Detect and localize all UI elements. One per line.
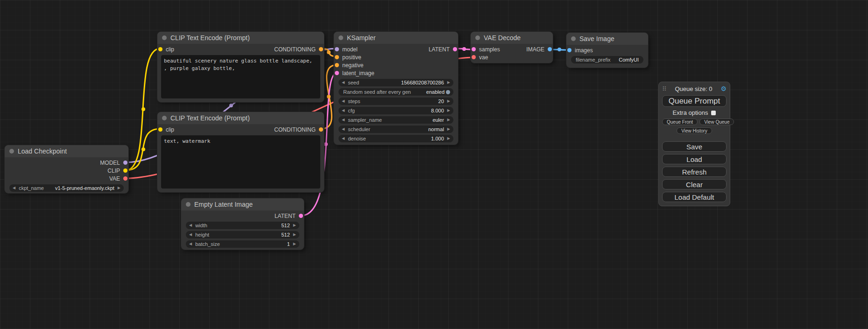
view-queue-button[interactable]: View Queue xyxy=(699,119,734,125)
collapse-dot-icon[interactable] xyxy=(186,202,191,207)
node-load-checkpoint[interactable]: Load Checkpoint MODEL CLIP VAE ◀ ckpt_na… xyxy=(5,145,128,193)
wire-midpoint-dot xyxy=(229,104,233,107)
decrement-arrow-icon[interactable]: ◀ xyxy=(342,99,345,103)
widget-scheduler[interactable]: ◀ scheduler normal ▶ xyxy=(339,126,453,133)
positive-input-port[interactable] xyxy=(335,55,339,59)
clip-input-port[interactable] xyxy=(158,127,162,132)
increment-arrow-icon[interactable]: ▶ xyxy=(118,186,120,190)
widget-cfg[interactable]: ◀ cfg 8.000 ▶ xyxy=(339,107,453,114)
toggle-dot-icon[interactable] xyxy=(446,90,450,94)
queue-panel: ⠿ Queue size: 0 ⚙ Queue Prompt Extra opt… xyxy=(658,82,730,206)
widget-sampler-name[interactable]: ◀ sampler_name euler ▶ xyxy=(339,116,453,124)
negative-prompt-textarea[interactable]: text, watermark xyxy=(161,135,320,189)
save-button[interactable]: Save xyxy=(662,141,727,152)
wire-midpoint-dot xyxy=(141,147,145,151)
node-clip-text-encode-positive[interactable]: CLIP Text Encode (Prompt) clip CONDITION… xyxy=(157,32,324,102)
decrement-arrow-icon[interactable]: ◀ xyxy=(189,224,192,227)
load-button[interactable]: Load xyxy=(662,154,727,164)
samples-input-port[interactable] xyxy=(472,47,476,51)
node-save-image[interactable]: Save Image images filename_prefix ComfyU… xyxy=(566,33,648,68)
wire-midpoint-dot xyxy=(327,50,331,54)
decrement-arrow-icon[interactable]: ◀ xyxy=(342,137,345,140)
widget-label: filename_prefix xyxy=(576,57,611,63)
collapse-dot-icon[interactable] xyxy=(162,116,167,120)
image-output-port[interactable] xyxy=(548,47,552,51)
latent-output-port[interactable] xyxy=(299,214,303,218)
decrement-arrow-icon[interactable]: ◀ xyxy=(342,109,345,112)
widget-label: seed xyxy=(348,80,359,85)
widget-ckpt-name[interactable]: ◀ ckpt_name v1-5-pruned-emaonly.ckpt ▶ xyxy=(9,184,124,192)
drag-handle-icon[interactable]: ⠿ xyxy=(662,85,667,92)
load-default-button[interactable]: Load Default xyxy=(662,192,727,202)
output-label-clip: CLIP xyxy=(107,168,120,174)
increment-arrow-icon[interactable]: ▶ xyxy=(293,224,296,227)
increment-arrow-icon[interactable]: ▶ xyxy=(293,242,296,246)
node-title-bar[interactable]: Load Checkpoint xyxy=(5,145,128,157)
node-title-bar[interactable]: CLIP Text Encode (Prompt) xyxy=(157,32,324,44)
increment-arrow-icon[interactable]: ▶ xyxy=(293,233,296,237)
queue-front-button[interactable]: Queue Front xyxy=(662,119,698,125)
graph-canvas[interactable]: { "icons": { "left_arrow": "◀", "right_a… xyxy=(0,0,868,329)
node-title-text: CLIP Text Encode (Prompt) xyxy=(170,34,250,42)
positive-prompt-textarea[interactable]: beautiful scenery nature glass bottle la… xyxy=(161,55,320,98)
collapse-dot-icon[interactable] xyxy=(162,35,167,40)
node-clip-text-encode-negative[interactable]: CLIP Text Encode (Prompt) clip CONDITION… xyxy=(157,112,324,192)
refresh-button[interactable]: Refresh xyxy=(662,167,727,177)
decrement-arrow-icon[interactable]: ◀ xyxy=(189,242,192,246)
collapse-dot-icon[interactable] xyxy=(571,36,576,41)
decrement-arrow-icon[interactable]: ◀ xyxy=(342,118,345,122)
widget-denoise[interactable]: ◀ denoise 1.000 ▶ xyxy=(339,135,453,142)
clip-output-port[interactable] xyxy=(123,168,127,173)
queue-prompt-button[interactable]: Queue Prompt xyxy=(662,95,727,107)
view-history-button[interactable]: View History xyxy=(677,127,712,134)
increment-arrow-icon[interactable]: ▶ xyxy=(447,127,450,131)
node-empty-latent-image[interactable]: Empty Latent Image LATENT ◀ width 512 ▶ … xyxy=(181,198,304,250)
decrement-arrow-icon[interactable]: ◀ xyxy=(189,233,192,237)
widget-value: ComfyUI xyxy=(619,57,639,63)
latent-image-input-port[interactable] xyxy=(335,71,339,75)
increment-arrow-icon[interactable]: ▶ xyxy=(447,109,450,112)
node-title-bar[interactable]: VAE Decode xyxy=(471,32,553,44)
model-input-port[interactable] xyxy=(335,47,339,51)
node-title-bar[interactable]: CLIP Text Encode (Prompt) xyxy=(157,112,324,124)
widget-filename-prefix[interactable]: filename_prefix ComfyUI xyxy=(571,56,643,63)
conditioning-output-port[interactable] xyxy=(319,127,323,132)
widget-height[interactable]: ◀ height 512 ▶ xyxy=(186,231,299,238)
settings-gear-icon[interactable]: ⚙ xyxy=(720,85,727,92)
negative-input-port[interactable] xyxy=(335,63,339,67)
node-title-bar[interactable]: Empty Latent Image xyxy=(181,198,304,210)
model-output-port[interactable] xyxy=(123,161,127,165)
widget-label: sampler_name xyxy=(348,117,382,123)
increment-arrow-icon[interactable]: ▶ xyxy=(447,137,450,140)
collapse-dot-icon[interactable] xyxy=(9,149,14,154)
output-label-vae: VAE xyxy=(109,175,120,182)
widget-batch-size[interactable]: ◀ batch_size 1 ▶ xyxy=(186,240,299,248)
input-label-clip: clip xyxy=(166,46,174,53)
increment-arrow-icon[interactable]: ▶ xyxy=(447,99,450,103)
widget-label: batch_size xyxy=(195,241,220,247)
decrement-arrow-icon[interactable]: ◀ xyxy=(13,186,15,190)
clear-button[interactable]: Clear xyxy=(662,179,727,189)
collapse-dot-icon[interactable] xyxy=(475,35,480,40)
extra-options-checkbox[interactable] xyxy=(711,111,716,115)
widget-steps[interactable]: ◀ steps 20 ▶ xyxy=(339,98,453,105)
node-vae-decode[interactable]: VAE Decode samples IMAGE vae xyxy=(471,32,553,63)
widget-width[interactable]: ◀ width 512 ▶ xyxy=(186,222,299,229)
node-title-bar[interactable]: KSampler xyxy=(334,32,458,44)
widget-seed[interactable]: ◀ seed 156680208700286 ▶ xyxy=(339,79,453,86)
clip-input-port[interactable] xyxy=(158,47,162,51)
increment-arrow-icon[interactable]: ▶ xyxy=(447,81,450,84)
increment-arrow-icon[interactable]: ▶ xyxy=(447,118,450,122)
vae-output-port[interactable] xyxy=(123,176,127,181)
node-ksampler[interactable]: KSampler model LATENT positive negative xyxy=(334,32,458,145)
output-label-model: MODEL xyxy=(100,160,120,166)
latent-output-port[interactable] xyxy=(453,47,457,51)
collapse-dot-icon[interactable] xyxy=(339,35,343,40)
images-input-port[interactable] xyxy=(567,48,572,52)
decrement-arrow-icon[interactable]: ◀ xyxy=(342,127,345,131)
widget-random-seed-toggle[interactable]: Random seed after every gen enabled xyxy=(339,88,453,96)
vae-input-port[interactable] xyxy=(472,55,476,59)
decrement-arrow-icon[interactable]: ◀ xyxy=(342,81,345,84)
conditioning-output-port[interactable] xyxy=(319,47,323,51)
node-title-bar[interactable]: Save Image xyxy=(566,33,648,45)
